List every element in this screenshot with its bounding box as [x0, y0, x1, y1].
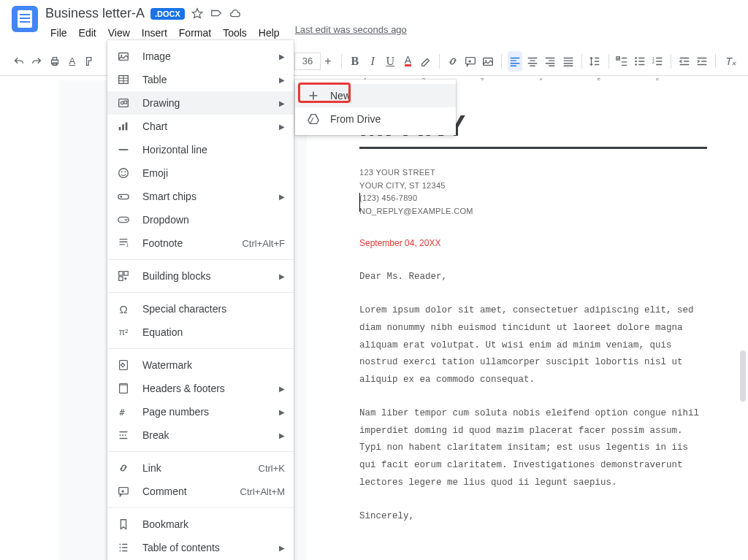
- increase-indent-button[interactable]: [695, 51, 709, 72]
- submenu-item-from-drive[interactable]: From Drive: [295, 107, 456, 131]
- docx-badge: .DOCX: [150, 8, 185, 20]
- chevron-right-icon: ▶: [279, 123, 285, 131]
- insert-menu: Image▶Table▶Drawing▶Chart▶Horizontal lin…: [107, 40, 294, 560]
- menu-file[interactable]: File: [45, 24, 72, 42]
- comment-icon: [116, 484, 131, 499]
- menu-tools[interactable]: Tools: [218, 24, 252, 42]
- plus-icon: [307, 89, 320, 102]
- menu-item-break[interactable]: Break▶: [107, 423, 294, 447]
- menu-item-horizontal-line[interactable]: Horizontal line: [107, 138, 294, 161]
- menu-item-special-characters[interactable]: ΩSpecial characters: [107, 297, 294, 321]
- star-icon[interactable]: [191, 7, 204, 20]
- omega-icon: Ω: [116, 302, 131, 316]
- pagenum-icon: [116, 404, 131, 419]
- menu-item-equation[interactable]: π²Equation: [107, 321, 294, 344]
- chevron-right-icon: ▶: [279, 385, 285, 393]
- paragraph: Nam liber tempor cum soluta nobis eleife…: [359, 405, 707, 492]
- menu-item-smart-chips[interactable]: Smart chips▶: [107, 185, 294, 208]
- menu-item-table[interactable]: Table▶: [107, 68, 294, 91]
- menu-help[interactable]: Help: [253, 24, 285, 42]
- link-icon: [116, 461, 131, 475]
- document-page[interactable]: MPANY 123 YOUR STREETYOUR CITY, ST 12345…: [307, 80, 748, 560]
- menu-item-comment[interactable]: CommentCtrl+Alt+M: [107, 480, 294, 503]
- cloud-status-icon[interactable]: [229, 7, 242, 20]
- menu-item-chart[interactable]: Chart▶: [107, 115, 294, 138]
- menu-item-footnote[interactable]: FootnoteCtrl+Alt+F: [107, 231, 294, 255]
- menu-item-dropdown[interactable]: Dropdown: [107, 208, 294, 231]
- move-icon[interactable]: [210, 7, 223, 20]
- redo-button[interactable]: [29, 51, 44, 72]
- menu-item-building-blocks[interactable]: Building blocks▶: [107, 264, 294, 288]
- date-line: September 04, 20XX: [359, 238, 707, 248]
- drawing-submenu: NewFrom Drive: [295, 80, 456, 135]
- chevron-right-icon: ▶: [279, 99, 285, 107]
- closing: Sincerely,: [359, 508, 707, 526]
- submenu-item-new[interactable]: New: [295, 84, 456, 107]
- bullet-list-button[interactable]: [632, 51, 646, 72]
- menu-item-headers-footers[interactable]: Headers & footers▶: [107, 377, 294, 400]
- font-size-input[interactable]: 36: [294, 53, 321, 70]
- italic-button[interactable]: I: [365, 51, 380, 72]
- scrollbar[interactable]: [740, 58, 746, 560]
- decrease-indent-button[interactable]: [677, 51, 692, 72]
- menu-insert[interactable]: Insert: [137, 24, 172, 42]
- menu-item-table-of-contents[interactable]: Table of contents▶: [107, 536, 294, 559]
- chevron-right-icon: ▶: [279, 431, 285, 440]
- spellcheck-button[interactable]: A: [65, 51, 80, 72]
- letter-body: Dear Ms. Reader, Lorem ipsum dolor sit a…: [359, 269, 707, 525]
- svg-point-29: [635, 60, 637, 62]
- font-size-increase[interactable]: +: [321, 53, 335, 70]
- chevron-right-icon: ▶: [279, 272, 285, 280]
- menu-view[interactable]: View: [103, 24, 135, 42]
- text-color-button[interactable]: A: [400, 51, 415, 72]
- add-comment-button[interactable]: [463, 51, 478, 72]
- break-icon: [116, 428, 131, 442]
- drive-icon: [307, 112, 320, 126]
- chevron-right-icon: ▶: [279, 193, 285, 201]
- numbered-list-button[interactable]: 12: [650, 51, 665, 72]
- paragraph: Lorem ipsum dolor sit amet, consectetuer…: [359, 302, 707, 389]
- print-button[interactable]: [47, 51, 61, 72]
- svg-point-28: [635, 57, 637, 59]
- chevron-right-icon: ▶: [279, 53, 285, 61]
- divider: [359, 147, 707, 149]
- checklist-button[interactable]: [614, 51, 629, 72]
- align-center-button[interactable]: [525, 51, 540, 72]
- align-left-button[interactable]: [508, 51, 522, 72]
- document-title[interactable]: Business letter-A: [45, 6, 145, 21]
- text-cursor: [359, 193, 360, 212]
- align-right-button[interactable]: [543, 51, 557, 72]
- line-spacing-button[interactable]: [587, 51, 602, 72]
- chips-icon: [116, 189, 131, 204]
- salutation: Dear Ms. Reader,: [359, 269, 707, 286]
- blocks-icon: [116, 269, 131, 283]
- menu-item-link[interactable]: LinkCtrl+K: [107, 456, 294, 480]
- image-icon: [116, 49, 131, 64]
- align-justify-button[interactable]: [560, 51, 575, 72]
- bold-button[interactable]: B: [348, 51, 362, 72]
- underline-button[interactable]: U: [383, 51, 397, 72]
- address-block: 123 YOUR STREETYOUR CITY, ST 12345(123) …: [359, 166, 707, 218]
- insert-image-button[interactable]: [481, 51, 495, 72]
- menu-item-watermark[interactable]: Watermark: [107, 353, 294, 377]
- font-size-control: 36 +: [294, 53, 335, 70]
- menu-item-image[interactable]: Image▶: [107, 45, 294, 68]
- svg-text:2: 2: [652, 59, 654, 64]
- last-edit-link[interactable]: Last edit was seconds ago: [295, 24, 407, 42]
- docs-logo[interactable]: [12, 6, 38, 32]
- menu-item-drawing[interactable]: Drawing▶: [107, 91, 294, 115]
- menu-item-page-numbers[interactable]: Page numbers▶: [107, 400, 294, 423]
- chevron-right-icon: ▶: [279, 76, 285, 84]
- footnote-icon: [116, 236, 131, 250]
- chart-icon: [116, 119, 131, 134]
- clear-formatting-button[interactable]: T✕: [722, 51, 736, 72]
- menu-edit[interactable]: Edit: [74, 24, 102, 42]
- menu-item-bookmark[interactable]: Bookmark: [107, 513, 294, 536]
- paint-format-button[interactable]: [83, 51, 97, 72]
- insert-link-button[interactable]: [445, 51, 459, 72]
- menu-format[interactable]: Format: [174, 24, 216, 42]
- menu-item-emoji[interactable]: Emoji: [107, 161, 294, 185]
- headers-icon: [116, 381, 131, 396]
- undo-button[interactable]: [12, 51, 26, 72]
- highlight-button[interactable]: [419, 51, 433, 72]
